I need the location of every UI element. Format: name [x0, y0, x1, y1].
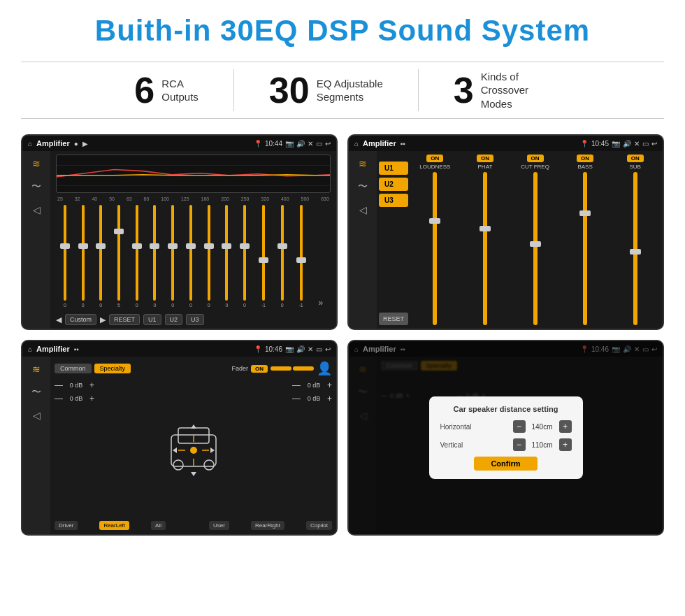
more-icon[interactable]: »	[318, 298, 323, 308]
fader-db-row-0: — 0 dB +	[55, 380, 94, 390]
slider-track-5[interactable]	[153, 205, 156, 301]
eq-icon-fader[interactable]: ≋	[32, 364, 41, 375]
fader-screen-box: ⌂ Amplifier ▪▪ 📍 10:46 📷 🔊 ✕ ▭ ↩ ≋ 〜	[21, 340, 338, 536]
u2-btn-eq[interactable]: U2	[165, 314, 183, 325]
u2-btn-cross[interactable]: U2	[379, 178, 408, 191]
prev-btn[interactable]: ◀	[56, 315, 62, 324]
on-btn-phat[interactable]: ON	[477, 155, 493, 162]
freq-80: 80	[144, 196, 150, 201]
vertical-minus-btn[interactable]: −	[513, 438, 526, 451]
status-right-fader: 📍 10:46 📷 🔊 ✕ ▭ ↩	[254, 345, 331, 353]
btn-rearright[interactable]: RearRight	[251, 521, 284, 530]
person-icon-fader[interactable]: 👤	[317, 361, 332, 376]
on-btn-bass[interactable]: ON	[577, 155, 593, 162]
ch-slider-sub	[611, 172, 659, 325]
minus-btn-2[interactable]: —	[292, 380, 301, 390]
fader-h-slider-2[interactable]	[293, 366, 314, 371]
vslider-loudness[interactable]	[433, 172, 437, 325]
vol-left-icon[interactable]: ◁	[33, 204, 41, 215]
plus-btn-0[interactable]: +	[89, 380, 94, 390]
eq-sliders-area: 0 0 0 5	[56, 205, 331, 311]
screen-content-fader: ≋ 〜 ◁ Common Specialty Fader ON	[22, 357, 336, 534]
slider-track-3[interactable]	[117, 205, 120, 301]
slider-track-11[interactable]	[262, 205, 265, 301]
fader-db-row-1: — 0 dB +	[55, 394, 94, 403]
stat-number-rca: 6	[134, 72, 154, 108]
eq-icon-cross[interactable]: ≋	[359, 158, 367, 169]
on-btn-cutfreq[interactable]: ON	[527, 155, 544, 162]
eq-icon[interactable]: ≋	[32, 158, 41, 169]
btn-all[interactable]: All	[151, 521, 166, 530]
freq-200: 200	[221, 196, 229, 201]
tab-common-fader[interactable]: Common	[55, 364, 92, 373]
slider-track-2[interactable]	[99, 205, 102, 301]
vol-left-icon-fader[interactable]: ◁	[33, 410, 41, 421]
plus-btn-1[interactable]: +	[89, 394, 94, 403]
vslider-sub[interactable]	[633, 172, 637, 325]
eq-buttons: ◀ Custom ▶ RESET U1 U2 U3	[56, 311, 331, 325]
freq-630: 630	[321, 196, 329, 201]
stat-label-crossover: Kinds ofCrossover Modes	[481, 70, 551, 111]
fader-on-badge[interactable]: ON	[251, 365, 268, 373]
eq-graph	[56, 155, 331, 193]
x-icon-fader: ✕	[308, 345, 313, 353]
horizontal-minus-btn[interactable]: −	[513, 420, 526, 433]
status-time-eq: 10:44	[265, 140, 282, 148]
confirm-button[interactable]: Confirm	[474, 457, 537, 471]
dots-icon-cross: ▪▪	[401, 140, 405, 148]
eq-slider-8: 0	[208, 205, 210, 308]
vslider-bass[interactable]	[583, 172, 587, 325]
u1-btn-cross[interactable]: U1	[379, 162, 408, 175]
slider-track-4[interactable]	[136, 205, 138, 301]
reset-btn-cross[interactable]: RESET	[379, 313, 408, 325]
reset-btn-eq[interactable]: RESET	[109, 314, 140, 325]
on-btn-sub[interactable]: ON	[627, 155, 644, 162]
eq-slider-13: -1	[298, 205, 303, 308]
slider-track-1[interactable]	[82, 205, 85, 301]
plus-btn-3[interactable]: +	[327, 394, 332, 403]
slider-track-10[interactable]	[243, 205, 246, 301]
slider-track-7[interactable]	[189, 205, 192, 301]
tab-specialty-fader[interactable]: Specialty	[94, 364, 131, 373]
u3-btn-cross[interactable]: U3	[379, 194, 408, 207]
next-btn[interactable]: ▶	[100, 315, 106, 324]
minus-btn-1[interactable]: —	[55, 394, 63, 403]
minus-btn-3[interactable]: —	[292, 394, 301, 403]
preset-custom[interactable]: Custom	[65, 314, 96, 325]
minus-btn-0[interactable]: —	[55, 380, 63, 390]
vslider-phat[interactable]	[483, 172, 487, 325]
slider-track-9[interactable]	[225, 205, 228, 301]
ux-buttons: U1 U2 U3 RESET	[379, 155, 408, 325]
plus-btn-2[interactable]: +	[327, 380, 332, 390]
wave-icon[interactable]: 〜	[31, 180, 41, 193]
vslider-cutfreq[interactable]	[533, 172, 538, 325]
slider-track-8[interactable]	[208, 205, 210, 301]
wave-icon-cross[interactable]: 〜	[358, 180, 368, 193]
stat-number-eq: 30	[269, 72, 310, 108]
vol-left-icon-cross[interactable]: ◁	[359, 204, 367, 215]
fader-h-slider-1[interactable]	[271, 366, 291, 371]
horizontal-plus-btn[interactable]: +	[559, 420, 572, 433]
slider-track-12[interactable]	[281, 205, 284, 301]
slider-track-6[interactable]	[171, 205, 174, 301]
on-btn-loudness[interactable]: ON	[426, 155, 443, 162]
btn-copilot[interactable]: Copilot	[306, 521, 332, 530]
dots-fader: ▪▪	[74, 345, 79, 353]
slider-track-13[interactable]	[300, 205, 303, 301]
cam-icon-eq: 📷	[285, 140, 294, 148]
btn-user-fader[interactable]: User	[209, 521, 229, 530]
vertical-value: 110cm	[528, 441, 556, 449]
btn-rearleft[interactable]: RearLeft	[99, 521, 129, 530]
slider-track-0[interactable]	[64, 205, 66, 301]
freq-40: 40	[92, 196, 97, 201]
u3-btn-eq[interactable]: U3	[186, 314, 204, 325]
eq-screen-box: ⌂ Amplifier ● ▶ 📍 10:44 📷 🔊 ✕ ▭ ↩ ≋	[21, 134, 338, 330]
u1-btn-eq[interactable]: U1	[143, 314, 161, 325]
vol-icon-cross: 🔊	[623, 140, 631, 148]
stat-label-eq: EQ AdjustableSegments	[317, 77, 383, 104]
btn-driver[interactable]: Driver	[55, 521, 78, 530]
crossover-channels: ON LOUDNESS ON PHAT	[411, 155, 659, 325]
vertical-plus-btn[interactable]: +	[559, 438, 572, 451]
ch-phat: ON PHAT	[461, 155, 510, 325]
wave-icon-fader[interactable]: 〜	[31, 386, 41, 399]
